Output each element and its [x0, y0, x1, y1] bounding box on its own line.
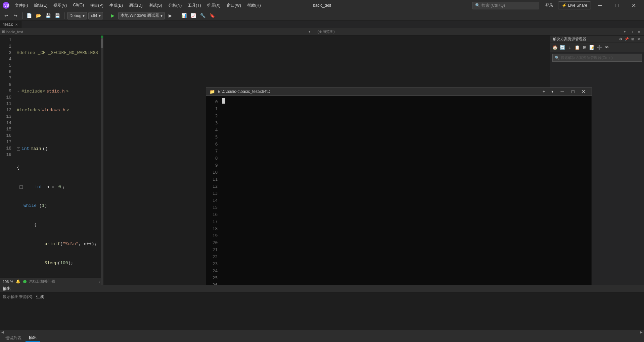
- editor-scope-bar: ⊞ bacic_test ▾ (全局范围) ▾ + ≡: [0, 28, 644, 36]
- solution-search-placeholder: 搜索解决方案资源管理器(Ctrl+;): [561, 55, 613, 60]
- menu-edit[interactable]: 编辑(E): [31, 1, 50, 10]
- run-button[interactable]: ▶: [109, 12, 117, 19]
- minimize-button[interactable]: ─: [592, 0, 608, 11]
- terminal-maximize[interactable]: □: [568, 88, 578, 95]
- solution-dock[interactable]: ⊞: [630, 37, 635, 42]
- solution-close[interactable]: ✕: [636, 37, 641, 42]
- live-share-icon: ⚡: [562, 3, 567, 8]
- terminal-controls: + ▾ ─ □ ✕: [540, 88, 588, 95]
- editor-content-area[interactable]: 1 2 3 4 5 6 7 8 9 10 11 12 13 14 15 16 1: [0, 36, 103, 278]
- bottom-panels: 输出 显示输出来源(S): 生成 ◀ ▶ 错误列表 输出: [0, 285, 644, 342]
- platform-label: x64: [91, 13, 97, 18]
- menu-tools[interactable]: 工具(T): [185, 1, 203, 10]
- editor-scrollbar[interactable]: [101, 36, 103, 278]
- open-file-button[interactable]: 📂: [35, 12, 43, 19]
- login-button[interactable]: 登录: [542, 1, 557, 10]
- sol-filter[interactable]: ⊞: [581, 44, 588, 51]
- diagnostics-button[interactable]: 📊: [180, 12, 188, 19]
- toolbar-sep-1: [22, 12, 22, 19]
- debug-config-arrow: ▾: [83, 13, 85, 18]
- terminal-titlebar: 📁 E:\C\basic-c\bacic_test\x64\D + ▾ ─ □ …: [206, 88, 592, 96]
- undo-button[interactable]: ↩: [2, 12, 10, 19]
- toolbar-sep-4: [177, 12, 177, 19]
- tab-output[interactable]: 输出: [26, 334, 40, 342]
- maximize-button[interactable]: □: [609, 0, 625, 11]
- menu-file[interactable]: 文件(F): [12, 1, 31, 10]
- sol-collapse[interactable]: ↕: [566, 44, 573, 51]
- platform-dropdown[interactable]: x64 ▾: [88, 12, 103, 19]
- fold-indicator-3[interactable]: −: [17, 90, 20, 93]
- sol-pending[interactable]: 📝: [589, 44, 595, 51]
- source-label: 显示输出来源(S):: [3, 294, 33, 300]
- global-search[interactable]: 🔍 搜索 (Ctrl+Q): [472, 2, 539, 9]
- sol-home[interactable]: 🏠: [552, 44, 558, 51]
- close-button[interactable]: ✕: [626, 0, 641, 11]
- menu-test[interactable]: 测试(S): [146, 1, 165, 10]
- terminal-body[interactable]: [220, 96, 592, 285]
- terminal-new-tab[interactable]: +: [540, 88, 547, 95]
- menu-extensions[interactable]: 扩展(X): [204, 1, 223, 10]
- scope-dropdown-arrow[interactable]: ▾: [624, 30, 626, 34]
- menu-git[interactable]: Git(G): [70, 1, 87, 10]
- menu-view[interactable]: 视图(V): [51, 1, 70, 10]
- status-indicator: [23, 280, 27, 283]
- menu-analyze[interactable]: 分析(N): [166, 1, 185, 10]
- menu-help[interactable]: 帮助(H): [244, 1, 264, 10]
- bookmark-button[interactable]: 🔖: [208, 12, 216, 19]
- debug-config-dropdown[interactable]: Debug ▾: [67, 12, 87, 19]
- fold-indicator-6[interactable]: −: [17, 147, 20, 151]
- no-issues-label: 未找到相关问题: [29, 279, 55, 284]
- scope-arrow[interactable]: ▾: [309, 30, 311, 34]
- scroll-tabs-button[interactable]: ≡: [636, 29, 642, 35]
- sol-refresh[interactable]: 🔄: [559, 44, 566, 51]
- solution-search-box[interactable]: 🔍 搜索解决方案资源管理器(Ctrl+;): [552, 54, 642, 62]
- terminal-path: E:\C\basic-c\bacic_test\x64\D: [218, 89, 537, 94]
- debug-config-label: Debug: [70, 13, 81, 18]
- zoom-level[interactable]: 106 %: [3, 280, 13, 284]
- save-button[interactable]: 💾: [44, 12, 52, 19]
- menu-window[interactable]: 窗口(W): [224, 1, 244, 10]
- sol-add[interactable]: ➕: [596, 44, 603, 51]
- new-file-button[interactable]: 📄: [25, 12, 33, 19]
- code-text[interactable]: #define _CRT_SECURE_NO_WARNINGS 1 −#incl…: [13, 36, 103, 278]
- terminal-dropdown[interactable]: ▾: [549, 88, 556, 95]
- solution-pin[interactable]: 📌: [624, 37, 629, 42]
- line-numbers-gutter: 1 2 3 4 5 6 7 8 9 10 11 12 13 14 15 16 1: [0, 36, 13, 278]
- sol-show-all[interactable]: 👁: [603, 44, 610, 51]
- save-all-button[interactable]: 💾: [53, 12, 61, 19]
- tab-error-list[interactable]: 错误列表: [2, 335, 25, 342]
- file-tab-test-c[interactable]: test.c ✕: [0, 21, 21, 28]
- menu-project[interactable]: 项目(P): [87, 1, 106, 10]
- terminal-line-numbers: 01234 56789 1011121314 1516171819 202122…: [206, 96, 220, 285]
- perf-button[interactable]: 📈: [189, 12, 197, 19]
- source-value: 生成: [36, 294, 44, 300]
- tab-filename: test.c: [3, 22, 13, 27]
- file-tabs-bar: test.c ✕: [0, 21, 644, 28]
- terminal-minimize[interactable]: ─: [557, 88, 567, 95]
- redo-button[interactable]: ↪: [11, 12, 19, 19]
- scroll-left-btn[interactable]: ◀: [1, 330, 4, 334]
- live-share-label: Live Share: [568, 3, 587, 8]
- toolbar-sep-2: [64, 12, 64, 19]
- continue-button[interactable]: ▶: [166, 12, 174, 19]
- title-bar-right: bacic_test 登录 ⚡ Live Share ─ □ ✕: [542, 0, 641, 11]
- terminal-close[interactable]: ✕: [579, 88, 588, 95]
- menu-debug[interactable]: 调试(D): [126, 1, 145, 10]
- add-tab-button[interactable]: +: [629, 29, 635, 35]
- tab-close-button[interactable]: ✕: [15, 23, 18, 26]
- live-share-button[interactable]: ⚡ Live Share: [558, 1, 591, 9]
- solution-settings[interactable]: ⚙: [618, 37, 623, 42]
- solution-explorer-header: 解决方案资源管理器 ⚙ 📌 ⊞ ✕: [550, 36, 644, 43]
- run-label: 本地 Windows 调试器: [121, 13, 159, 18]
- sol-properties[interactable]: 📋: [574, 44, 581, 51]
- solution-title: 解决方案资源管理器: [553, 37, 586, 42]
- fold-indicator-8[interactable]: −: [19, 185, 23, 189]
- project-name: bacic_test: [6, 30, 23, 34]
- scroll-right-btn[interactable]: ▶: [640, 330, 643, 334]
- tools-button[interactable]: 🔧: [199, 12, 207, 19]
- main-toolbar: ↩ ↪ 📄 📂 💾 💾 Debug ▾ x64 ▾ ▶ 本地 Windows 调…: [0, 11, 644, 21]
- app-logo: VS: [3, 2, 9, 9]
- scroll-arrow[interactable]: ›: [99, 280, 101, 284]
- run-label-dropdown[interactable]: 本地 Windows 调试器 ▾: [118, 12, 165, 19]
- menu-build[interactable]: 生成(B): [107, 1, 126, 10]
